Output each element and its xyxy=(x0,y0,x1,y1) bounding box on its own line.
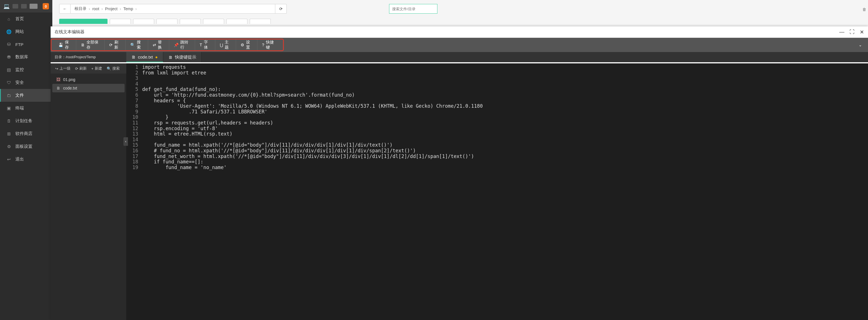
terminal-icon: ▣ xyxy=(6,106,11,111)
toolbar-label: 保存 xyxy=(65,40,71,50)
theme-button[interactable]: ⋃主题 xyxy=(215,39,236,50)
sidebar-item-label: 安全 xyxy=(16,80,24,85)
refresh-button[interactable]: ⟳刷新 xyxy=(105,39,126,50)
close-button[interactable]: ✕ xyxy=(860,29,864,35)
breadcrumb-row: ← 根目录› root› Project› Temp› ⟳ 🗑 xyxy=(59,4,861,13)
sidebar-item-files[interactable]: 🗀文件 xyxy=(0,89,52,102)
window-controls: — ⛶ ✕ xyxy=(839,29,864,35)
breadcrumb-item[interactable]: Temp xyxy=(123,6,133,11)
breadcrumb-item[interactable]: 根目录 xyxy=(74,6,87,11)
sidebar-item-label: 首页 xyxy=(16,16,24,22)
help-icon: ? xyxy=(262,43,264,47)
sidebar-item-monitor[interactable]: ▤监控 xyxy=(0,63,52,76)
new-file-button[interactable]: +新建 xyxy=(89,66,104,71)
globe-icon: 🌐 xyxy=(6,29,11,34)
folder-icon: 🗀 xyxy=(6,93,11,98)
notification-badge[interactable]: 0 xyxy=(43,3,49,9)
font-button[interactable]: T字体 xyxy=(195,39,215,50)
editor-title: 在线文本编辑器 xyxy=(55,29,85,35)
sidebar-item-terminal[interactable]: ▣终端 xyxy=(0,102,52,115)
toolbar-label: 全部保存 xyxy=(87,40,100,50)
arrow-left-icon: ← xyxy=(63,6,67,11)
search-button[interactable]: 🔍搜索 xyxy=(126,39,148,50)
minimize-button[interactable]: — xyxy=(839,29,844,35)
sidebar-item-label: 文件 xyxy=(16,93,24,98)
sidebar-item-exit[interactable]: ↩退出 xyxy=(0,153,52,166)
search-icon: 🔍 xyxy=(130,43,135,47)
replace-icon: ⇄ xyxy=(153,43,156,47)
save-button[interactable]: 💾保存 xyxy=(54,39,76,50)
file-name: 01.png xyxy=(63,77,75,82)
database-icon: ⛃ xyxy=(6,55,11,60)
ftp-icon: ⛁ xyxy=(6,42,11,47)
file-row[interactable]: 🗎 code.txt xyxy=(52,84,125,92)
sidebar-item-label: 计划任务 xyxy=(16,118,32,124)
sidebar-item-label: 监控 xyxy=(16,67,24,72)
sidebar-item-panel-settings[interactable]: ⚙面板设置 xyxy=(0,140,52,153)
sidebar-item-appstore[interactable]: ⊞软件商店 xyxy=(0,127,52,140)
toolbar-label: 快捷键 xyxy=(266,40,276,50)
goto-button[interactable]: 📌跳转行 xyxy=(169,39,195,50)
save-icon: 💾 xyxy=(58,43,63,47)
replace-button[interactable]: ⇄替换 xyxy=(148,39,169,50)
code-content[interactable]: import requests from lxml import etree ​… xyxy=(141,63,483,320)
chevron-right-icon: › xyxy=(120,6,121,11)
tab-shortcut-hints[interactable]: 🗎 快捷键提示 xyxy=(163,52,202,62)
sidebar-item-security[interactable]: 🛡安全 xyxy=(0,76,52,89)
toolbar-collapse-button[interactable]: ⌄ xyxy=(857,41,864,49)
chevron-right-icon: › xyxy=(101,6,103,11)
document-icon: 🗎 xyxy=(168,55,173,60)
code-area[interactable]: ‹ 12345678910111213141516171819 import r… xyxy=(126,63,868,320)
search-files-button[interactable]: 🔍搜索 xyxy=(104,66,122,71)
action-label: 新建 xyxy=(95,66,102,71)
settings-button[interactable]: ⚙设置 xyxy=(236,39,257,50)
refresh-button[interactable]: ⟳ xyxy=(275,4,287,13)
left-sidebar: 💻 0 ⌂首页 🌐网站 ⛁FTP ⛃数据库 ▤监控 🛡安全 🗀文件 ▣终端 🗓计… xyxy=(0,0,52,320)
toolbar-label: 刷新 xyxy=(114,40,121,50)
chevron-left-icon: ‹ xyxy=(125,139,127,143)
sidebar-item-database[interactable]: ⛃数据库 xyxy=(0,51,52,63)
panel-collapse-handle[interactable]: ‹ xyxy=(123,137,128,146)
file-row[interactable]: 🖾 01.png xyxy=(52,75,125,84)
tab-label: 快捷键提示 xyxy=(175,55,196,60)
magnet-icon: ⋃ xyxy=(220,43,223,47)
back-button[interactable]: ← xyxy=(59,4,70,13)
action-label: 搜索 xyxy=(112,66,120,71)
breadcrumb-item[interactable]: root xyxy=(92,6,99,11)
sidebar-item-home[interactable]: ⌂首页 xyxy=(0,12,52,25)
search-input[interactable] xyxy=(392,7,434,11)
monitor-icon: ▤ xyxy=(6,67,11,72)
sidebar-item-label: 终端 xyxy=(16,105,24,111)
refresh-icon: ⟳ xyxy=(279,6,283,11)
editor-window: 在线文本编辑器 — ⛶ ✕ 💾保存 🗎全部保存 ⟳刷新 🔍搜索 ⇄替换 📌跳转行… xyxy=(51,26,868,320)
refresh-icon: ⟳ xyxy=(75,66,78,71)
save-all-button[interactable]: 🗎全部保存 xyxy=(76,39,105,50)
sidebar-header: 💻 0 xyxy=(0,0,52,12)
sidebar-item-cron[interactable]: 🗓计划任务 xyxy=(0,115,52,127)
sidebar-item-ftp[interactable]: ⛁FTP xyxy=(0,38,52,51)
home-icon: ⌂ xyxy=(6,17,11,21)
up-level-button[interactable]: ↪上一级 xyxy=(53,66,73,71)
search-box[interactable] xyxy=(389,4,437,13)
action-label: 上一级 xyxy=(59,66,70,71)
editor-toolbar: 💾保存 🗎全部保存 ⟳刷新 🔍搜索 ⇄替换 📌跳转行 T字体 ⋃主题 ⚙设置 ?… xyxy=(51,39,284,51)
grid-icon: ⊞ xyxy=(6,131,11,136)
document-icon: 🗎 xyxy=(131,55,136,59)
refresh-files-button[interactable]: ⟳刷新 xyxy=(73,66,89,71)
plus-icon: + xyxy=(91,66,94,71)
maximize-button[interactable]: ⛶ xyxy=(849,29,855,35)
file-name: code.txt xyxy=(63,86,77,90)
chevron-right-icon: › xyxy=(135,6,137,11)
save-all-icon: 🗎 xyxy=(81,43,85,47)
action-label: 刷新 xyxy=(79,66,87,71)
action-buttons-cutoff xyxy=(59,19,861,24)
tab-code-txt[interactable]: 🗎 code.txt ● xyxy=(126,52,163,62)
sidebar-item-website[interactable]: 🌐网站 xyxy=(0,25,52,38)
breadcrumb-item[interactable]: Project xyxy=(105,6,118,11)
toolbar-label: 主题 xyxy=(225,40,231,50)
chevron-down-icon: ⌄ xyxy=(859,43,862,47)
exit-icon: ↩ xyxy=(6,157,11,162)
trash-icon[interactable]: 🗑 xyxy=(862,5,868,13)
shortcut-button[interactable]: ?快捷键 xyxy=(257,39,281,50)
header-blur xyxy=(21,4,27,8)
